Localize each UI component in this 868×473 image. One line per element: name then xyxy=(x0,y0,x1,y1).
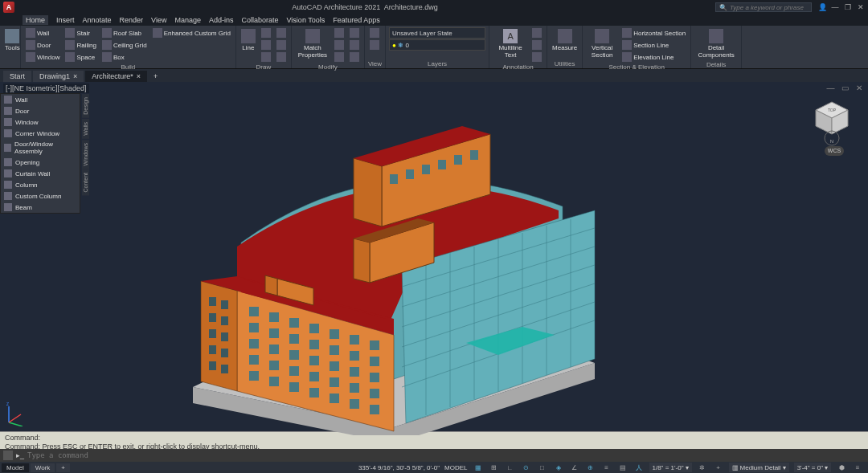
annot-tool[interactable] xyxy=(530,39,543,51)
scale2-dropdown[interactable]: 3'-4" = 0"▾ xyxy=(794,463,831,472)
roofslab-button[interactable]: Roof Slab xyxy=(100,27,149,39)
viewcube[interactable]: TOP N xyxy=(812,98,852,138)
tools-button[interactable]: Tools xyxy=(3,27,22,53)
door-button[interactable]: Door xyxy=(24,39,61,51)
customize-icon[interactable]: ≡ xyxy=(852,463,863,472)
osnap-toggle[interactable]: □ xyxy=(537,463,548,472)
vsection-button[interactable]: Vertical Section xyxy=(586,27,618,60)
tab-home[interactable]: Home xyxy=(23,15,48,25)
app-logo[interactable]: A xyxy=(3,2,14,13)
palette-tab-windows[interactable]: Windows xyxy=(82,140,89,169)
iso-toggle[interactable]: ⬢ xyxy=(836,463,847,472)
tab-vision[interactable]: Vision Tools xyxy=(287,16,326,24)
draw-tool[interactable] xyxy=(260,27,272,39)
command-input[interactable] xyxy=(27,451,865,459)
palette-wall[interactable]: Wall xyxy=(1,94,80,105)
close-button[interactable]: ✕ xyxy=(857,3,865,11)
model-indicator[interactable]: MODEL xyxy=(444,464,467,471)
window-button[interactable]: Window xyxy=(24,51,61,63)
layout-tab-work[interactable]: Work xyxy=(31,463,55,472)
detailcomp-button[interactable]: Detail Components xyxy=(694,27,738,60)
transparency-toggle[interactable]: ▤ xyxy=(617,463,628,472)
custgrid-button[interactable]: Enhanced Custom Grid xyxy=(151,27,232,39)
ceilinggrid-button[interactable]: Ceiling Grid xyxy=(100,39,149,51)
dyn-toggle[interactable]: ⊕ xyxy=(585,463,596,472)
draw-tool[interactable] xyxy=(275,39,288,51)
mod-tool[interactable] xyxy=(348,39,361,51)
3dosnap-toggle[interactable]: ◈ xyxy=(553,463,564,472)
line-button[interactable]: Line xyxy=(240,27,257,53)
box-button[interactable]: Box xyxy=(100,51,149,63)
matchprops-button[interactable]: Match Properties xyxy=(295,27,330,60)
palette-custcol[interactable]: Custom Column xyxy=(1,190,80,202)
annot-tool[interactable] xyxy=(530,27,543,39)
tab-collaborate[interactable]: Collaborate xyxy=(242,16,279,24)
annot-tool[interactable] xyxy=(530,51,543,63)
qp-toggle[interactable]: 人 xyxy=(633,463,645,472)
viewport-controls[interactable]: — ▭ ✕ xyxy=(826,84,865,92)
wall-button[interactable]: Wall xyxy=(24,27,61,39)
view-tool[interactable] xyxy=(368,27,381,39)
stair-button[interactable]: Stair xyxy=(63,27,97,39)
sectionline-button[interactable]: Section Line xyxy=(620,39,687,51)
palette-opening[interactable]: Opening xyxy=(1,157,80,168)
palette-cornerwin[interactable]: Corner Window xyxy=(1,128,80,139)
mod-tool[interactable] xyxy=(333,27,346,39)
layer-dropdown[interactable]: ● ❄ 0 xyxy=(389,39,485,51)
polar-toggle[interactable]: ⊙ xyxy=(521,463,532,472)
gear-icon[interactable]: ✲ xyxy=(697,463,708,472)
scale-dropdown[interactable]: 1/8" = 1'-0"▾ xyxy=(649,463,692,472)
viewport-label[interactable]: [-][NE Isometric][Shaded] xyxy=(3,84,89,93)
railing-button[interactable]: Railing xyxy=(63,39,97,51)
close-icon[interactable]: × xyxy=(137,72,141,80)
help-search[interactable]: 🔍Type a keyword or phrase xyxy=(715,2,812,12)
user-icon[interactable]: 👤 xyxy=(818,3,826,11)
space-button[interactable]: Space xyxy=(63,51,97,63)
layout-tab-model[interactable]: Model xyxy=(2,463,29,472)
wcs-indicator[interactable]: WCS xyxy=(825,146,844,156)
minimize-button[interactable]: — xyxy=(831,3,839,11)
lwt-toggle[interactable]: ≡ xyxy=(601,463,612,472)
ortho-toggle[interactable]: ∟ xyxy=(505,463,516,472)
detail-dropdown[interactable]: ▥Medium Detail▾ xyxy=(729,463,789,472)
layout-tab-add[interactable]: + xyxy=(56,463,70,472)
draw-tool[interactable] xyxy=(260,39,272,51)
palette-window[interactable]: Window xyxy=(1,116,80,128)
tab-start[interactable]: Start xyxy=(3,71,31,82)
tab-manage[interactable]: Manage xyxy=(174,16,201,24)
mod-tool[interactable] xyxy=(333,51,346,63)
tab-view[interactable]: View xyxy=(151,16,166,24)
view-tool[interactable] xyxy=(368,39,381,51)
measure-button[interactable]: Measure xyxy=(551,27,579,53)
mod-tool[interactable] xyxy=(348,27,361,39)
tab-annotate[interactable]: Annotate xyxy=(83,16,112,24)
otrack-toggle[interactable]: ∠ xyxy=(569,463,580,472)
palette-curtain[interactable]: Curtain Wall xyxy=(1,168,80,179)
close-icon[interactable]: × xyxy=(73,72,77,80)
palette-tab-design[interactable]: Design xyxy=(82,94,89,118)
palette-tab-walls[interactable]: Walls xyxy=(82,119,89,139)
plus-icon[interactable]: + xyxy=(713,463,724,472)
draw-tool[interactable] xyxy=(260,51,272,63)
tab-featured[interactable]: Featured Apps xyxy=(333,16,380,24)
tab-insert[interactable]: Insert xyxy=(56,16,75,24)
mtext-button[interactable]: AMultiline Text xyxy=(493,27,528,60)
tab-render[interactable]: Render xyxy=(120,16,144,24)
snap-toggle[interactable]: ⊞ xyxy=(489,463,500,472)
mod-tool[interactable] xyxy=(333,39,346,51)
tab-addins[interactable]: Add-ins xyxy=(209,16,234,24)
palette-tab-content[interactable]: Content xyxy=(82,169,89,196)
draw-tool[interactable] xyxy=(275,51,288,63)
palette-column[interactable]: Column xyxy=(1,179,80,190)
tab-drawing1[interactable]: Drawing1× xyxy=(33,71,84,82)
grid-toggle[interactable]: ▦ xyxy=(473,463,484,472)
viewport[interactable]: [-][NE Isometric][Shaded] — ▭ ✕ TOOL PAL… xyxy=(0,82,868,431)
new-tab-button[interactable]: + xyxy=(149,71,162,82)
mod-tool[interactable] xyxy=(348,51,361,63)
palette-door[interactable]: Door xyxy=(1,105,80,116)
hsection-button[interactable]: Horizontal Section xyxy=(620,27,687,39)
palette-dwa[interactable]: Door/Window Assembly xyxy=(1,139,80,157)
draw-tool[interactable] xyxy=(275,27,288,39)
maximize-button[interactable]: ❐ xyxy=(844,3,852,11)
elevline-button[interactable]: Elevation Line xyxy=(620,51,687,63)
